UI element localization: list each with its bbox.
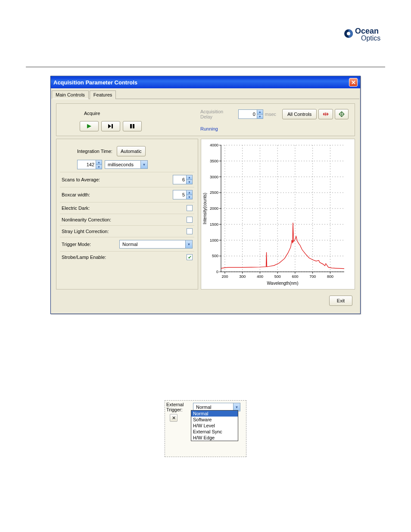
external-trigger-label: External Trigger: bbox=[166, 402, 190, 412]
running-status: Running bbox=[200, 126, 218, 131]
svg-text:3000: 3000 bbox=[210, 175, 218, 179]
svg-marker-5 bbox=[108, 124, 111, 128]
up-arrow-icon[interactable]: ▲ bbox=[186, 190, 192, 195]
svg-text:500: 500 bbox=[212, 254, 218, 258]
down-arrow-icon[interactable]: ▼ bbox=[186, 195, 192, 199]
down-arrow-icon[interactable]: ▼ bbox=[186, 180, 192, 184]
exit-button[interactable]: Exit bbox=[329, 296, 352, 306]
nonlinearity-checkbox[interactable] bbox=[187, 217, 193, 223]
svg-text:3500: 3500 bbox=[210, 159, 218, 163]
header-rule bbox=[26, 67, 385, 67]
svg-text:Intensity(counts): Intensity(counts) bbox=[202, 193, 207, 224]
up-arrow-icon[interactable]: ▲ bbox=[257, 110, 263, 114]
svg-text:300: 300 bbox=[239, 274, 246, 279]
svg-text:1500: 1500 bbox=[210, 222, 218, 227]
integration-automatic-button[interactable]: Automatic bbox=[117, 146, 146, 156]
electric-dark-label: Electric Dark: bbox=[62, 205, 90, 211]
down-arrow-icon[interactable]: ▼ bbox=[96, 165, 102, 169]
acquire-panel: Acquire Acquis bbox=[56, 103, 355, 136]
strobe-label: Strobe/Lamp Enable: bbox=[62, 255, 106, 260]
option-hw-edge[interactable]: H/W Edge bbox=[191, 435, 238, 441]
option-hw-level[interactable]: H/W Level bbox=[191, 423, 238, 429]
svg-text:Ocean: Ocean bbox=[355, 27, 379, 35]
spectrum-chart: 0500100015002000250030003500400020030040… bbox=[201, 139, 355, 289]
titlebar[interactable]: Acquisition Parameter Controls ✕ bbox=[51, 76, 360, 88]
svg-text:Wavelength(nm): Wavelength(nm) bbox=[267, 281, 299, 286]
tab-features[interactable]: Features bbox=[90, 90, 116, 99]
svg-text:1000: 1000 bbox=[210, 238, 218, 243]
boxcar-spinner[interactable]: ▲▼ bbox=[173, 190, 193, 199]
chevron-down-icon[interactable]: ▼ bbox=[185, 240, 192, 248]
svg-rect-8 bbox=[133, 124, 134, 128]
nonlinearity-label: Nonlinearity Correction: bbox=[62, 217, 111, 222]
svg-text:400: 400 bbox=[257, 274, 263, 279]
up-arrow-icon[interactable]: ▲ bbox=[96, 160, 102, 165]
acq-delay-spinner[interactable]: ▲▼ bbox=[238, 109, 263, 119]
svg-text:2500: 2500 bbox=[210, 190, 218, 195]
external-trigger-options[interactable]: Normal Software H/W Level External Sync … bbox=[191, 410, 238, 441]
integration-time-unit-select[interactable]: milliseconds ▼ bbox=[105, 160, 148, 169]
params-panel: Integration Time: Automatic ▲▼ milliseco… bbox=[56, 139, 198, 289]
acq-delay-unit: msec bbox=[265, 112, 276, 117]
option-software[interactable]: Software bbox=[191, 417, 238, 423]
acquisition-window: Acquisition Parameter Controls ✕ Main Co… bbox=[50, 76, 361, 314]
window-title: Acquisition Parameter Controls bbox=[53, 79, 137, 86]
down-arrow-icon[interactable]: ▼ bbox=[257, 114, 263, 119]
tab-main-controls[interactable]: Main Controls bbox=[52, 90, 89, 99]
acquire-label: Acquire bbox=[84, 111, 100, 116]
stray-light-label: Stray Light Correction: bbox=[62, 229, 109, 234]
svg-text:800: 800 bbox=[327, 274, 333, 279]
acq-delay-label: Acquisition Delay bbox=[200, 109, 237, 119]
svg-text:Optics: Optics bbox=[361, 34, 380, 42]
pause-button[interactable] bbox=[123, 121, 142, 131]
scans-avg-spinner[interactable]: ▲▼ bbox=[173, 175, 193, 184]
integration-time-input[interactable] bbox=[78, 160, 96, 169]
up-arrow-icon[interactable]: ▲ bbox=[186, 175, 192, 180]
close-snippet-button[interactable]: ✕ bbox=[170, 414, 177, 422]
electric-dark-checkbox[interactable] bbox=[187, 205, 193, 211]
scans-avg-label: Scans to Average: bbox=[62, 177, 100, 182]
tabstrip: Main Controls Features bbox=[52, 89, 359, 99]
svg-point-1 bbox=[347, 32, 350, 35]
boxcar-label: Boxcar width: bbox=[62, 192, 90, 197]
boxcar-input[interactable] bbox=[173, 190, 186, 199]
step-button[interactable] bbox=[101, 121, 120, 131]
integration-time-label: Integration Time: bbox=[77, 149, 112, 154]
external-trigger-snippet: External Trigger: Normal ▼ ✕ Normal Soft… bbox=[165, 400, 246, 457]
close-icon[interactable]: ✕ bbox=[349, 78, 358, 87]
svg-text:500: 500 bbox=[274, 274, 281, 279]
trigger-mode-select[interactable]: Normal ▼ bbox=[119, 240, 193, 249]
svg-text:4000: 4000 bbox=[210, 143, 218, 147]
brand-logo: Ocean Optics bbox=[342, 26, 385, 44]
svg-marker-4 bbox=[87, 124, 91, 128]
svg-text:700: 700 bbox=[309, 274, 316, 279]
svg-text:200: 200 bbox=[221, 274, 228, 279]
acq-delay-input[interactable] bbox=[239, 110, 257, 118]
expand-horiz-button[interactable] bbox=[318, 109, 333, 119]
option-normal[interactable]: Normal bbox=[191, 411, 238, 417]
option-external-sync[interactable]: External Sync bbox=[191, 429, 238, 435]
trigger-mode-label: Trigger Mode: bbox=[62, 242, 91, 247]
svg-rect-6 bbox=[112, 124, 113, 128]
expand-all-button[interactable] bbox=[335, 109, 349, 119]
scans-avg-input[interactable] bbox=[173, 175, 186, 184]
integration-time-spinner[interactable]: ▲▼ bbox=[77, 160, 102, 169]
stray-light-checkbox[interactable] bbox=[187, 228, 193, 234]
svg-text:2000: 2000 bbox=[210, 206, 218, 211]
svg-text:600: 600 bbox=[292, 274, 298, 279]
play-button[interactable] bbox=[80, 121, 99, 131]
svg-text:0: 0 bbox=[216, 270, 218, 274]
all-controls-button[interactable]: All Controls bbox=[282, 109, 317, 119]
svg-rect-7 bbox=[130, 124, 132, 128]
chevron-down-icon[interactable]: ▼ bbox=[140, 161, 147, 168]
strobe-checkbox[interactable]: ✔ bbox=[187, 254, 193, 260]
